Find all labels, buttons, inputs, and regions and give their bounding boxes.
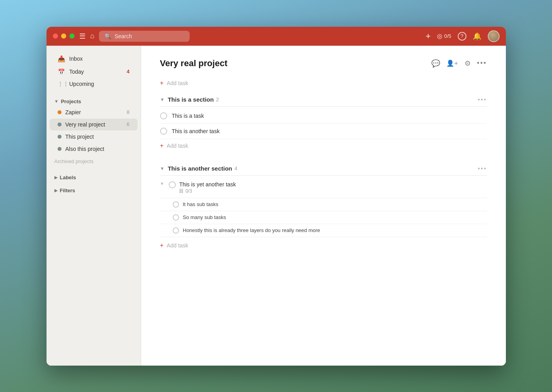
inbox-label: Inbox (69, 56, 130, 62)
menu-icon[interactable]: ☰ (79, 32, 86, 41)
home-icon[interactable]: ⌂ (90, 32, 95, 40)
subtask-row[interactable]: Honestly this is already three layers do… (160, 224, 487, 237)
section-2-title-row[interactable]: ▼ This is another section 4 ••• (160, 165, 487, 176)
upcoming-label: Upcoming (69, 81, 130, 87)
section-1-add-task-row[interactable]: + Add task (160, 139, 487, 152)
filter-icon[interactable]: ⚙ (464, 59, 471, 68)
upcoming-icon: ⋮⋮ (58, 81, 65, 87)
very-real-project-dot (58, 123, 62, 126)
subtask-3-checkbox[interactable] (173, 227, 179, 234)
sidebar-item-this-project[interactable]: This project (50, 131, 138, 143)
subtask-1-checkbox[interactable] (173, 201, 179, 208)
subtask-3-text: Honestly this is already three layers do… (183, 227, 320, 233)
labels-chevron: ▶ (54, 175, 58, 180)
task-2-checkbox[interactable] (160, 128, 167, 135)
project-header: Very real project 💬 👤+ ⚙ ••• (160, 58, 487, 69)
section-1-add-plus-icon: + (160, 142, 164, 149)
search-bar[interactable]: 🔍 Search (99, 31, 190, 42)
task-1-text: This is a task (172, 113, 487, 119)
parent-task-row[interactable]: ▼ This is yet another task ⛓ 0/3 (160, 177, 487, 198)
search-icon: 🔍 (104, 33, 111, 39)
avatar[interactable] (488, 30, 500, 42)
today-label: Today (69, 69, 123, 75)
more-options-icon[interactable]: ••• (477, 59, 487, 67)
section-1-title-row[interactable]: ▼ This is a section 2 ••• (160, 96, 487, 107)
top-add-task-label: Add task (167, 80, 188, 86)
task-1-checkbox[interactable] (160, 112, 167, 119)
section-1-chevron[interactable]: ▼ (160, 97, 165, 102)
subtask-row[interactable]: It has sub tasks (160, 198, 487, 211)
task-3-checkbox[interactable] (169, 181, 176, 188)
subtask-1-text: It has sub tasks (183, 201, 218, 207)
section-1-count: 2 (216, 97, 219, 102)
task-2-text: This is another task (172, 128, 487, 134)
close-button[interactable] (53, 33, 58, 39)
subtask-2-text: So many sub tasks (183, 214, 226, 220)
task-row[interactable]: This is a task (160, 108, 487, 124)
content-area: Very real project 💬 👤+ ⚙ ••• + Add task … (141, 46, 506, 366)
top-add-plus-icon: + (160, 80, 164, 87)
app-window: ☰ ⌂ 🔍 Search + ◎ 0/5 ? 🔔 📥 Inbox (47, 27, 506, 366)
sidebar-item-also-this-project[interactable]: Also this project (50, 143, 138, 155)
sidebar-item-inbox[interactable]: 📥 Inbox (50, 52, 138, 65)
labels-header[interactable]: ▶ Labels (47, 171, 141, 182)
task-row[interactable]: This is another task (160, 124, 487, 139)
add-member-icon[interactable]: 👤+ (446, 59, 458, 67)
top-add-task-row[interactable]: + Add task (160, 76, 487, 90)
subtask-2-checkbox[interactable] (173, 214, 179, 221)
task-3-text: This is yet another task (179, 181, 487, 188)
task-3-content: This is yet another task ⛓ 0/3 (179, 181, 487, 194)
task-3-sub-count: 0/3 (185, 188, 192, 194)
sidebar-item-upcoming[interactable]: ⋮⋮ Upcoming (50, 78, 138, 90)
sidebar-item-zapier[interactable]: Zapier 8 (50, 106, 138, 118)
section-2-add-plus-icon: + (160, 242, 164, 249)
this-project-label: This project (65, 134, 130, 140)
project-title: Very real project (160, 58, 432, 69)
bell-icon[interactable]: 🔔 (473, 32, 481, 41)
today-icon: 📅 (58, 69, 65, 75)
zapier-label: Zapier (65, 109, 123, 115)
task-3-expand-chevron[interactable]: ▼ (160, 181, 164, 186)
main-area: 📥 Inbox 📅 Today 4 ⋮⋮ Upcoming ▼ Projects (47, 46, 506, 366)
task-3-submeta: ⛓ 0/3 (179, 188, 487, 194)
filters-header[interactable]: ▶ Filters (47, 184, 141, 195)
today-badge: 4 (127, 69, 129, 74)
section-2-name: This is another section (168, 165, 232, 172)
section-1-name: This is a section (168, 96, 214, 103)
section-2-more-icon[interactable]: ••• (478, 165, 487, 172)
subtask-link-icon: ⛓ (179, 188, 184, 194)
karma-icon: ◎ (437, 32, 442, 40)
inbox-icon: 📥 (58, 55, 65, 63)
projects-label: Projects (61, 98, 81, 104)
this-project-dot (58, 135, 62, 139)
titlebar-right: + ◎ 0/5 ? 🔔 (426, 30, 500, 42)
karma-count: 0/5 (444, 33, 451, 39)
add-icon[interactable]: + (426, 31, 431, 41)
subtask-row[interactable]: So many sub tasks (160, 211, 487, 224)
zapier-dot (58, 110, 62, 114)
maximize-button[interactable] (69, 33, 75, 39)
labels-label: Labels (60, 175, 76, 180)
projects-chevron: ▼ (54, 99, 59, 104)
very-real-project-label: Very real project (65, 121, 123, 128)
archived-projects-label[interactable]: Archived projects (47, 155, 141, 167)
section-1-more-icon[interactable]: ••• (478, 96, 487, 103)
minimize-button[interactable] (61, 33, 66, 39)
section-2-chevron[interactable]: ▼ (160, 166, 165, 171)
also-this-project-dot (58, 147, 62, 151)
section-2-add-task-row[interactable]: + Add task (160, 239, 487, 252)
karma-badge[interactable]: ◎ 0/5 (437, 32, 451, 40)
sidebar-item-very-real-project[interactable]: Very real project 6 (50, 119, 138, 130)
sidebar-item-today[interactable]: 📅 Today 4 (50, 66, 138, 78)
help-icon[interactable]: ? (458, 32, 466, 41)
section-2-add-task-label: Add task (167, 242, 188, 249)
filters-chevron: ▶ (54, 188, 58, 193)
section-1: ▼ This is a section 2 ••• This is a task… (160, 96, 487, 152)
section-2-count: 4 (235, 165, 237, 171)
projects-header[interactable]: ▼ Projects (47, 95, 141, 106)
very-real-project-badge: 6 (127, 121, 129, 127)
comment-icon[interactable]: 💬 (431, 59, 440, 68)
filters-label: Filters (60, 188, 75, 193)
project-actions: 💬 👤+ ⚙ ••• (431, 59, 487, 68)
titlebar: ☰ ⌂ 🔍 Search + ◎ 0/5 ? 🔔 (47, 27, 506, 46)
